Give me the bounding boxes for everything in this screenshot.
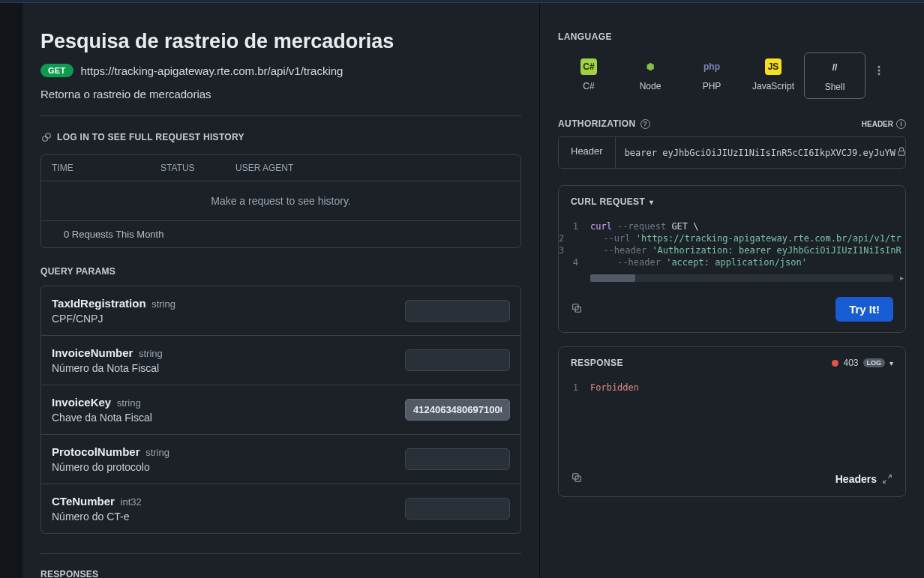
response-heading: RESPONSE [571, 358, 623, 368]
main-content: Pesquisa de rastreio de mercadorias GET … [22, 3, 540, 578]
param-name: TaxIdRegistration [52, 297, 146, 310]
param-input-taxidregistration[interactable] [405, 300, 510, 322]
info-icon[interactable]: ? [640, 119, 650, 129]
param-row-ctenumber: CTeNumber int32Número do CT-e [41, 484, 520, 533]
svg-point-4 [878, 73, 880, 75]
response-panel: RESPONSE 403 LOG ▾ 1Forbidden Headers [558, 346, 906, 497]
chevron-down-icon: ▾ [650, 198, 653, 206]
lang-php[interactable]: phpPHP [681, 52, 742, 97]
info-icon[interactable]: i [896, 119, 906, 129]
try-it-button[interactable]: Try It! [836, 297, 893, 322]
svg-point-2 [878, 66, 880, 67]
response-status[interactable]: 403 LOG ▾ [832, 358, 893, 368]
history-empty: Make a request to see history. [41, 181, 520, 220]
param-type: string [114, 397, 140, 409]
authorization-value[interactable]: bearer eyJhbGciOiJIUzI1NiIsInR5cCI6IkpXV… [625, 148, 896, 158]
param-row-taxidregistration: TaxIdRegistration stringCPF/CNPJ [41, 286, 520, 336]
param-type: string [143, 447, 170, 458]
lang-label: Node [640, 81, 662, 91]
line-number: 3 [559, 245, 576, 256]
param-row-protocolnumber: ProtocolNumber stringNúmero do protocolo [41, 435, 520, 484]
param-type: string [136, 348, 162, 359]
param-name: ProtocolNumber [52, 445, 140, 458]
page-title: Pesquisa de rastreio de mercadorias [40, 30, 521, 53]
svg-point-3 [878, 70, 880, 71]
left-gutter [0, 3, 22, 578]
lang-label: PHP [703, 81, 722, 91]
svg-point-1 [46, 133, 51, 139]
history-heading-label: LOG IN TO SEE FULL REQUEST HISTORY [57, 132, 244, 142]
copy-button[interactable] [571, 302, 583, 316]
divider [40, 115, 521, 116]
lock-icon [896, 145, 905, 160]
expand-icon [881, 473, 893, 485]
authorization-header-badge: HEADER [862, 120, 893, 128]
authorization-row: Header bearer eyJhbGciOiJIUzI1NiIsInR5cC… [558, 136, 906, 169]
history-col-time: TIME [52, 163, 160, 173]
authorization-key: Header [559, 137, 616, 168]
history-col-status: STATUS [160, 163, 236, 173]
param-input-protocolnumber[interactable] [405, 448, 510, 470]
history-heading[interactable]: LOG IN TO SEE FULL REQUEST HISTORY [40, 131, 521, 145]
param-name: InvoiceNumber [52, 346, 133, 359]
divider [40, 553, 521, 554]
more-vertical-icon [873, 64, 885, 76]
param-row-invoicekey: InvoiceKey stringChave da Nota Fiscal [41, 385, 520, 435]
param-name: CTeNumber [52, 495, 115, 508]
param-name: InvoiceKey [52, 396, 111, 409]
javascript-icon: JS [765, 58, 782, 75]
lang-more-button[interactable] [866, 52, 892, 76]
log-badge: LOG [863, 358, 886, 367]
chevron-down-icon: ▾ [890, 359, 893, 367]
csharp-icon: C# [580, 58, 597, 75]
curl-heading[interactable]: CURL REQUEST ▾ [559, 186, 905, 217]
scroll-arrow-icon: ▸ [900, 274, 904, 282]
param-type: int32 [118, 496, 142, 508]
http-method-badge: GET [40, 64, 74, 77]
endpoint-url: https://tracking-apigateway.rte.com.br/a… [81, 64, 344, 77]
shell-icon: // [826, 59, 843, 76]
curl-code[interactable]: 1curl --request GET \2 --url 'https://tr… [559, 217, 905, 274]
history-footer: 0 Requests This Month [41, 220, 520, 247]
node-icon: ⬢ [642, 58, 658, 75]
query-params-heading: QUERY PARAMS [40, 266, 521, 277]
code-scroll-thumb[interactable] [590, 274, 635, 282]
link-icon [40, 131, 52, 143]
param-desc: Chave da Nota Fiscal [52, 412, 405, 424]
lang-javascript[interactable]: JSJavaScript [742, 52, 804, 97]
lang-csharp[interactable]: C#C# [558, 52, 620, 97]
line-number: 1 [559, 221, 590, 232]
line-number: 4 [559, 257, 590, 268]
copy-button[interactable] [571, 472, 583, 486]
status-dot-icon [832, 360, 838, 367]
php-icon: php [704, 58, 720, 75]
line-number: 2 [559, 233, 576, 244]
svg-point-0 [43, 136, 48, 142]
param-type: string [149, 298, 176, 310]
param-desc: Número do CT-e [52, 511, 405, 523]
authorization-heading: AUTHORIZATION [558, 118, 636, 129]
query-params-table: TaxIdRegistration stringCPF/CNPJInvoiceN… [40, 286, 521, 534]
lang-node[interactable]: ⬢Node [620, 52, 681, 97]
svg-rect-5 [898, 151, 904, 155]
responses-heading: RESPONSES [40, 569, 521, 578]
history-col-user-agent: USER AGENT [236, 163, 293, 173]
param-input-invoicenumber[interactable] [405, 349, 510, 371]
code-scrollbar[interactable]: ▸ [590, 274, 893, 282]
response-body[interactable]: 1Forbidden [559, 379, 905, 461]
param-row-invoicenumber: InvoiceNumber stringNúmero da Nota Fisca… [41, 336, 520, 385]
lang-shell[interactable]: //Shell [804, 52, 866, 99]
endpoint-description: Retorna o rastreio de mercadorias [40, 88, 521, 100]
history-table: TIME STATUS USER AGENT Make a request to… [40, 154, 521, 248]
param-input-ctenumber[interactable] [405, 498, 510, 520]
param-desc: Número da Nota Fiscal [52, 362, 405, 374]
lang-label: Shell [825, 82, 845, 92]
param-input-invoicekey[interactable] [405, 399, 510, 421]
param-desc: CPF/CNPJ [52, 313, 405, 325]
line-number: 1 [559, 382, 590, 393]
response-status-code: 403 [843, 358, 858, 368]
param-desc: Número do protocolo [52, 461, 405, 473]
sidebar: LANGUAGE C#C#⬢NodephpPHPJSJavaScript//Sh… [540, 3, 924, 578]
headers-toggle[interactable]: Headers [836, 473, 893, 485]
language-heading: LANGUAGE [558, 31, 906, 42]
